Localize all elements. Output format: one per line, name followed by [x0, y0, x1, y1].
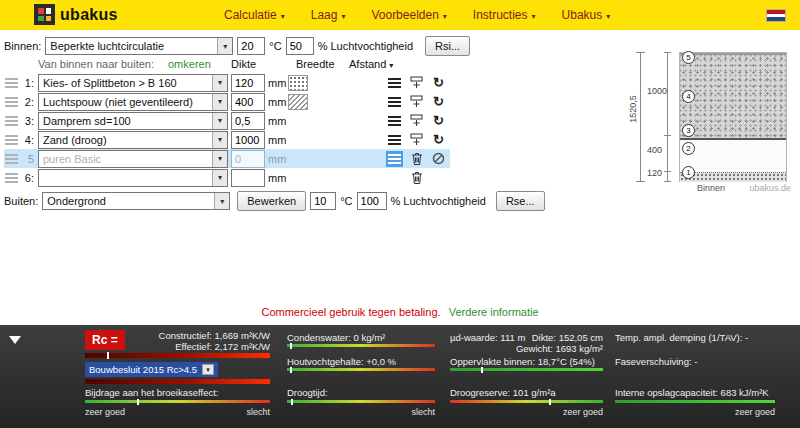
menu-calculatie[interactable]: Calculatie	[224, 8, 285, 22]
collapse-panel-icon[interactable]	[9, 336, 21, 344]
droogtijd-label: Droogtijd:	[287, 387, 435, 398]
texture-pattern-button[interactable]	[288, 75, 308, 91]
ud-waarde-value: µd-waarde: 111 m	[450, 332, 525, 343]
wall-drawing	[679, 52, 787, 182]
layer-4-material-select[interactable]: Zand (droog)	[38, 131, 228, 149]
bewerken-button[interactable]: Bewerken	[237, 191, 306, 211]
omkeren-link[interactable]: omkeren	[168, 58, 211, 70]
layer-6-material-select[interactable]	[38, 169, 228, 187]
menu-ubakus[interactable]: Ubakus	[562, 8, 611, 22]
insert-layer-icon[interactable]	[408, 75, 425, 91]
drag-handle-icon[interactable]	[5, 116, 18, 126]
layer-1-stripe	[680, 172, 786, 182]
delete-layer-icon[interactable]	[408, 151, 425, 167]
buiten-temp-input[interactable]	[310, 192, 336, 210]
layer-menu-icon[interactable]	[386, 94, 403, 110]
buiten-select[interactable]: Ondergrond	[42, 192, 230, 210]
drag-handle-icon[interactable]	[5, 78, 18, 88]
bouwbesluit-quality-bar	[85, 379, 270, 384]
scale-zeer-goed: zeer goed	[735, 407, 775, 417]
layer-5-material-select[interactable]: puren Basic	[38, 150, 228, 168]
layer-1-material-select[interactable]: Kies- of Splittbeton > B 160	[38, 74, 228, 92]
menu-laag[interactable]: Laag	[311, 8, 346, 22]
dutch-flag-icon[interactable]	[766, 9, 786, 22]
layer-4-stripe	[680, 55, 786, 138]
ubakus-logo-icon	[34, 4, 55, 25]
buiten-temp-unit: °C	[340, 195, 352, 207]
houtvochtgehalte-value: Houtvochtgehalte: +0,0 %	[287, 356, 435, 367]
wall-cross-section: 1520,5 1000 400 120 5 4 3 2 1 Binnen uba…	[627, 44, 795, 196]
menu-voorbeelden[interactable]: Voorbeelden	[371, 8, 446, 22]
texture-pattern-button[interactable]	[288, 94, 308, 110]
layer-menu-icon[interactable]	[386, 75, 403, 91]
binnen-humidity-input[interactable]	[286, 37, 314, 55]
scale-zeer-goed: zeer goed	[563, 407, 603, 417]
layer-menu-icon[interactable]	[386, 132, 403, 148]
chevron-down-icon	[212, 132, 227, 148]
drag-handle-icon[interactable]	[5, 97, 18, 107]
menu-instructies[interactable]: Instructies	[473, 8, 536, 22]
rsi-button[interactable]: Rsi...	[425, 36, 470, 56]
layer-2-stripe	[680, 140, 786, 172]
buiten-humidity-input[interactable]	[357, 192, 387, 210]
layer-5-dikte-input[interactable]	[231, 150, 265, 168]
chevron-down-icon	[212, 151, 227, 167]
binnen-label: Binnen:	[4, 40, 41, 52]
layer-6-dikte-input[interactable]	[231, 169, 265, 187]
drag-handle-icon[interactable]	[5, 173, 18, 183]
buiten-humidity-unit: % Luchtvochtigheid	[391, 195, 486, 207]
chevron-down-icon	[212, 94, 227, 110]
layer-menu-icon[interactable]	[386, 113, 403, 129]
drag-handle-icon[interactable]	[5, 135, 18, 145]
unit-label: mm	[268, 134, 288, 146]
insert-layer-icon[interactable]	[408, 113, 425, 129]
rotate-layer-icon[interactable]: ↻	[430, 113, 447, 129]
chevron-down-icon	[217, 38, 232, 54]
broeikaseffect-bar	[85, 400, 270, 403]
unit-label: mm	[268, 96, 288, 108]
droogreserve-bar	[450, 400, 603, 403]
disable-layer-icon[interactable]	[430, 151, 447, 167]
layer-number: 3:	[18, 115, 34, 127]
dikte-value: Dikte: 152,05 cm	[532, 332, 603, 343]
rotate-layer-icon[interactable]: ↻	[430, 132, 447, 148]
verdere-informatie-link[interactable]: Verdere informatie	[449, 306, 539, 318]
condenswater-value: Condenswater: 0 kg/m²	[287, 332, 435, 343]
insert-layer-icon[interactable]	[408, 132, 425, 148]
unit-label: mm	[268, 153, 288, 165]
segment-dim-400: 400	[647, 145, 662, 155]
layer-3-dikte-input[interactable]	[231, 112, 265, 130]
layer-2-material-select[interactable]: Luchtspouw (niet geventileerd)	[38, 93, 228, 111]
rc-effectief: Effectief: 2,172 m²K/W	[159, 341, 270, 352]
ubakus-logo[interactable]: ubakus	[34, 4, 118, 25]
ubakus-logo-text: ubakus	[60, 6, 118, 24]
direction-label: Van binnen naar buiten:	[38, 58, 154, 70]
insert-layer-icon[interactable]	[408, 94, 425, 110]
layer-3-material-select[interactable]: Damprem sd=100	[38, 112, 228, 130]
droogtijd-bar	[287, 400, 435, 403]
layer-4-dikte-input[interactable]	[231, 131, 265, 149]
layer-marker-5: 5	[682, 51, 695, 64]
layer-row-4: 4: Zand (droog) mm ↻	[4, 130, 450, 149]
layer-menu-icon[interactable]	[386, 151, 403, 167]
drag-handle-icon[interactable]	[5, 154, 18, 164]
main-menu: Calculatie Laag Voorbeelden Instructies …	[224, 8, 610, 22]
opslagcapaciteit-bar	[615, 400, 775, 403]
binnen-temp-input[interactable]	[237, 37, 265, 55]
bouwbesluit-label: Bouwbesluit 2015 Rc>4.5	[89, 364, 197, 375]
layer-2-dikte-input[interactable]	[231, 93, 265, 111]
breedte-header: Breedte	[296, 58, 335, 70]
binnen-climate-select[interactable]: Beperkte luchtcirculatie	[45, 37, 233, 55]
rse-button[interactable]: Rse...	[496, 191, 545, 211]
layer-1-dikte-input[interactable]	[231, 74, 265, 92]
binnen-row: Binnen: Beperkte luchtcirculatie °C % Lu…	[4, 36, 470, 56]
chevron-down-icon	[212, 113, 227, 129]
rotate-layer-icon[interactable]: ↻	[430, 94, 447, 110]
delete-layer-icon[interactable]	[408, 170, 425, 186]
bouwbesluit-dropdown-icon[interactable]	[202, 364, 214, 375]
afstand-header[interactable]: Afstand	[349, 58, 393, 70]
temp-demping-value: Temp. ampl. demping (1/TAV): -	[615, 332, 775, 343]
layer-row-5[interactable]: 5 puren Basic mm	[4, 149, 450, 168]
rotate-layer-icon[interactable]: ↻	[430, 75, 447, 91]
rc-label: Rc =	[85, 330, 125, 350]
